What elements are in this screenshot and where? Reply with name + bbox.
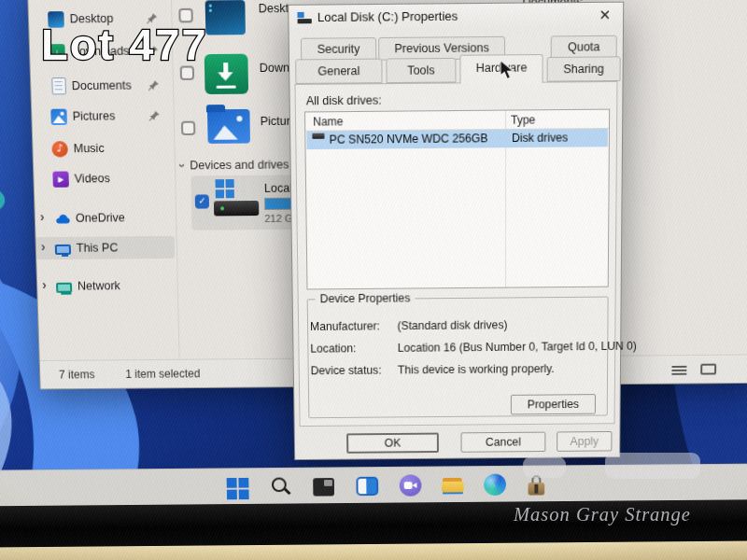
drive-row-icon (312, 133, 324, 139)
file-explorer-icon[interactable] (442, 474, 466, 497)
checkbox-pictures[interactable] (181, 121, 195, 135)
list-header: Name Type (305, 110, 609, 132)
pin-icon (148, 109, 160, 121)
pictures-icon (50, 108, 67, 124)
device-status-label: Device status: (311, 364, 382, 377)
cancel-button[interactable]: Cancel (461, 432, 546, 453)
start-button-icon[interactable] (227, 478, 251, 501)
music-icon: ♪ (51, 141, 68, 157)
documents-icon (51, 77, 66, 95)
lot-number-overlay: Lot 477 (41, 19, 208, 70)
tab-sharing[interactable]: Sharing (547, 56, 621, 81)
manufacturer-label: Manufacturer: (310, 319, 380, 332)
tab-tools[interactable]: Tools (386, 58, 456, 83)
lock-app-icon[interactable] (527, 475, 551, 498)
dialog-title-bar[interactable]: Local Disk (C:) Properties ✕ (289, 3, 623, 31)
tab-security[interactable]: Security (301, 37, 376, 61)
downloads-folder-icon[interactable] (204, 54, 248, 94)
pin-icon (148, 78, 160, 91)
sidebar-item-pictures[interactable]: Pictures (32, 105, 172, 129)
sidebar-item-this-pc[interactable]: › This PC (35, 236, 175, 259)
column-header-type[interactable]: Type (511, 113, 535, 126)
sidebar-item-documents[interactable]: Documents (31, 74, 171, 98)
tab-quota[interactable]: Quota (551, 35, 617, 59)
sidebar-item-onedrive[interactable]: › OneDrive (35, 206, 174, 230)
task-view-icon[interactable] (356, 477, 378, 496)
table-row-disk-drive[interactable]: PC SN520 NVMe WDC 256GB Disk drives (306, 129, 608, 149)
location-label: Location: (310, 342, 356, 355)
location-value: Location 16 (Bus Number 0, Target Id 0, … (398, 340, 637, 355)
chevron-right-icon[interactable]: › (41, 239, 46, 254)
checkbox-local-disk[interactable] (195, 194, 209, 208)
chevron-right-icon[interactable]: › (40, 209, 45, 224)
drive-icon (214, 201, 259, 216)
dialog-title: Local Disk (C:) Properties (317, 8, 458, 24)
thumbnail-view-icon[interactable] (700, 364, 716, 375)
group-title: Device Properties (316, 291, 416, 305)
watermark-shape (523, 456, 566, 478)
ok-button[interactable]: OK (346, 433, 439, 454)
device-status-value: This device is working properly. (398, 362, 555, 376)
drive-type: Disk drives (512, 131, 568, 145)
videos-icon: ▶ (52, 171, 69, 187)
devices-and-drives-header[interactable]: ›Devices and drives (180, 158, 289, 172)
disk-drives-label: All disk drives: (306, 93, 382, 107)
close-icon[interactable]: ✕ (595, 6, 616, 25)
drive-name: PC SN520 NVMe WDC 256GB (330, 132, 488, 147)
properties-dialog: Local Disk (C:) Properties ✕ Security Pr… (288, 2, 624, 460)
selection-count: 1 item selected (125, 367, 200, 380)
tab-general[interactable]: General (295, 59, 382, 84)
chevron-down-icon: › (176, 163, 189, 167)
search-icon[interactable] (270, 476, 294, 499)
hardware-tab-page: All disk drives: Name Type PC SN520 NVMe… (294, 81, 617, 427)
watermark-shape (605, 453, 700, 479)
sidebar-item-network[interactable]: › Network (37, 274, 176, 298)
drive-label: Local (264, 182, 292, 195)
chevron-right-icon[interactable]: › (42, 277, 47, 292)
teams-chat-icon[interactable] (400, 474, 422, 496)
properties-button[interactable]: Properties (511, 394, 596, 414)
capacity-text: 212 G (264, 213, 292, 224)
onedrive-cloud-icon (54, 210, 71, 226)
auction-watermark: Mason Gray Strange (514, 504, 691, 525)
this-pc-icon (55, 244, 71, 254)
pictures-folder-icon[interactable] (207, 109, 250, 144)
desktop-folder-icon[interactable] (205, 0, 246, 35)
mouse-cursor (500, 59, 515, 85)
apply-button[interactable]: Apply (557, 431, 612, 452)
network-icon (56, 282, 72, 292)
edge-browser-icon[interactable] (484, 474, 506, 496)
disk-drives-list[interactable]: Name Type PC SN520 NVMe WDC 256GB Disk d… (304, 109, 610, 290)
sidebar-item-music[interactable]: ♪ Music (33, 136, 173, 161)
laptop-screen-photo: Desktop ↓ Downloads Documents Pictures (0, 0, 747, 560)
windows-logo-icon (215, 179, 233, 198)
column-header-name[interactable]: Name (313, 115, 343, 129)
items-count: 7 items (59, 368, 95, 381)
disk-icon (297, 12, 311, 24)
sidebar-item-videos[interactable]: ▶ Videos (34, 166, 173, 190)
list-view-icon[interactable] (671, 366, 686, 375)
dark-app-icon[interactable] (313, 478, 334, 497)
manufacturer-value: (Standard disk drives) (398, 318, 508, 332)
